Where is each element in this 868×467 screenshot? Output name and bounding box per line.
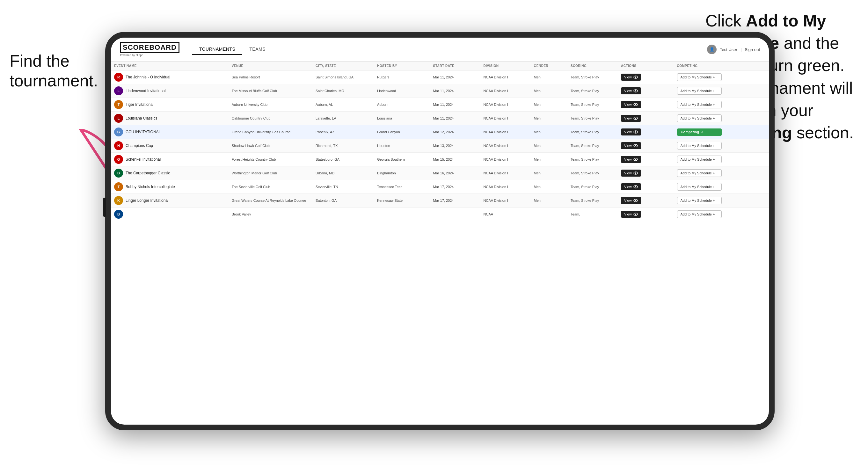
view-button[interactable]: View (621, 169, 641, 177)
actions-cell: View (618, 70, 674, 84)
scoring-cell: Team, Stroke Play (567, 166, 618, 180)
add-to-schedule-button[interactable]: Add to My Schedule + (677, 73, 722, 81)
signout-link[interactable]: Sign out (745, 47, 760, 52)
scoring-cell: Team, Stroke Play (567, 98, 618, 112)
view-button[interactable]: View (621, 87, 641, 94)
eye-icon (633, 117, 638, 120)
col-header-division: DIVISION (480, 62, 531, 70)
add-to-schedule-label: Add to My Schedule + (681, 75, 715, 79)
date-cell: Mar 11, 2024 (430, 70, 480, 84)
svg-point-3 (635, 76, 636, 78)
table-row: L Louisiana Classics Oakbourne Country C… (111, 112, 769, 125)
add-to-schedule-button[interactable]: Add to My Schedule + (677, 87, 722, 95)
hosted-cell: Auburn (374, 98, 430, 112)
event-name: Schenkel Invitational (126, 157, 161, 162)
division-cell: NCAA Division I (480, 153, 531, 166)
view-button[interactable]: View (621, 101, 641, 108)
competing-cell: Add to My Schedule + (674, 166, 769, 180)
competing-cell: Add to My Schedule + (674, 98, 769, 112)
gender-cell: Men (531, 180, 568, 194)
date-cell: Mar 11, 2024 (430, 84, 480, 98)
actions-cell: View (618, 112, 674, 125)
add-to-schedule-label: Add to My Schedule + (681, 198, 715, 203)
tournaments-table-container: EVENT NAME VENUE CITY, STATE HOSTED BY S… (111, 62, 769, 425)
logo-text: SCOREBOARD (120, 42, 180, 53)
add-to-schedule-label: Add to My Schedule + (681, 171, 715, 175)
division-cell: NCAA Division I (480, 180, 531, 194)
add-to-schedule-button[interactable]: Add to My Schedule + (677, 197, 722, 204)
competing-cell: Add to My Schedule + (674, 139, 769, 153)
event-name: Tiger Invitational (126, 102, 154, 107)
division-cell: NCAA Division I (480, 84, 531, 98)
competing-label: Competing (681, 130, 699, 134)
svg-point-9 (635, 118, 636, 119)
col-header-event: EVENT NAME (111, 62, 228, 70)
competing-button[interactable]: Competing ✓ (677, 128, 722, 136)
tablet-screen: SCOREBOARD Powered by clippd TOURNAMENTS… (111, 38, 769, 425)
actions-cell: View (618, 139, 674, 153)
col-header-city: CITY, STATE (312, 62, 374, 70)
col-header-scoring: SCORING (567, 62, 618, 70)
table-row: R The Johnnie - O Individual Sea Palms R… (111, 70, 769, 84)
event-cell: G Schenkel Invitational (114, 155, 225, 164)
team-logo: H (114, 141, 123, 150)
competing-cell: Competing ✓ (674, 125, 769, 139)
gender-cell: Men (531, 139, 568, 153)
event-name: GCU INVITATIONAL (126, 130, 161, 134)
division-cell: NCAA (480, 208, 531, 221)
add-to-schedule-button[interactable]: Add to My Schedule + (677, 169, 722, 177)
actions-cell: View (618, 125, 674, 139)
team-logo: K (114, 196, 123, 205)
svg-point-23 (635, 214, 636, 215)
view-button[interactable]: View (621, 183, 641, 190)
team-logo: G (114, 155, 123, 164)
venue-cell: Worthington Manor Golf Club (228, 166, 312, 180)
venue-cell: Oakbourne Country Club (228, 112, 312, 125)
add-to-schedule-button[interactable]: Add to My Schedule + (677, 115, 722, 122)
col-header-competing: COMPETING (674, 62, 769, 70)
view-button[interactable]: View (621, 197, 641, 204)
add-to-schedule-button[interactable]: Add to My Schedule + (677, 101, 722, 108)
competing-cell: Add to My Schedule + (674, 194, 769, 208)
hosted-cell (374, 208, 430, 221)
tab-tournaments[interactable]: TOURNAMENTS (192, 44, 242, 55)
view-button[interactable]: View (621, 115, 641, 122)
date-cell: Mar 17, 2024 (430, 180, 480, 194)
eye-icon (633, 158, 638, 161)
view-button[interactable]: View (621, 74, 641, 81)
venue-cell: Shadow Hawk Golf Club (228, 139, 312, 153)
view-button[interactable]: View (621, 156, 641, 163)
nav-separator: | (741, 47, 741, 52)
view-button[interactable]: View (621, 128, 641, 135)
venue-cell: Grand Canyon University Golf Course (228, 125, 312, 139)
gender-cell: Men (531, 194, 568, 208)
add-to-schedule-button[interactable]: Add to My Schedule + (677, 183, 722, 191)
event-cell: G GCU INVITATIONAL (114, 127, 225, 136)
city-cell (312, 208, 374, 221)
venue-cell: Brook Valley (228, 208, 312, 221)
division-cell: NCAA Division I (480, 125, 531, 139)
scoring-cell: Team, Stroke Play (567, 180, 618, 194)
nav-bar: SCOREBOARD Powered by clippd TOURNAMENTS… (111, 38, 769, 62)
city-cell: Sevierville, TN (312, 180, 374, 194)
add-to-schedule-button[interactable]: Add to My Schedule + (677, 142, 722, 150)
view-button[interactable]: View (621, 211, 641, 218)
nav-tabs: TOURNAMENTS TEAMS (192, 44, 707, 55)
add-to-schedule-button[interactable]: Add to My Schedule + (677, 210, 722, 218)
view-button[interactable]: View (621, 142, 641, 149)
user-name: Test User (720, 47, 737, 52)
team-logo: B (114, 168, 123, 178)
table-row: T Bobby Nichols Intercollegiate The Sevi… (111, 180, 769, 194)
hosted-cell: Grand Canyon (374, 125, 430, 139)
eye-icon (633, 89, 638, 92)
venue-cell: Great Waters Course At Reynolds Lake Oco… (228, 194, 312, 208)
team-logo: G (114, 127, 123, 136)
hosted-cell: Houston (374, 139, 430, 153)
team-logo: L (114, 86, 123, 95)
eye-icon (633, 144, 638, 147)
tab-teams[interactable]: TEAMS (242, 44, 273, 55)
eye-icon (633, 199, 638, 202)
scoring-cell: Team, Stroke Play (567, 84, 618, 98)
city-cell: Richmond, TX (312, 139, 374, 153)
add-to-schedule-button[interactable]: Add to My Schedule + (677, 156, 722, 163)
